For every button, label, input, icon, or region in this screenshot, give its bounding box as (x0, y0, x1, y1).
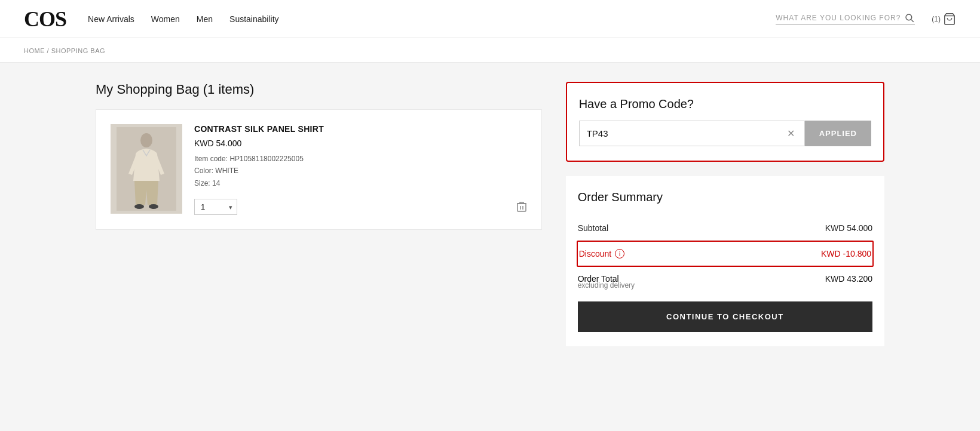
size-value: 14 (212, 179, 220, 187)
svg-point-5 (134, 204, 144, 209)
product-image-svg (117, 127, 176, 211)
promo-title: Have a Promo Code? (579, 97, 871, 111)
discount-info-icon[interactable]: i (615, 249, 624, 258)
promo-clear-button[interactable]: ✕ (785, 128, 797, 139)
discount-value: KWD -10.800 (821, 249, 871, 258)
search-area[interactable]: WHAT ARE YOU LOOKING FOR? (776, 13, 915, 25)
bag-area[interactable]: (1) (932, 13, 956, 26)
site-header: COS New Arrivals Women Men Sustainabilit… (0, 0, 980, 38)
bag-icon[interactable] (943, 13, 956, 26)
item-bottom-row: 1 2 3 (194, 199, 527, 215)
order-summary-title: Order Summary (578, 190, 872, 204)
item-name: CONTRAST SILK PANEL SHIRT (194, 124, 527, 134)
nav-sustainability[interactable]: Sustainability (229, 14, 279, 24)
nav-men[interactable]: Men (197, 14, 213, 24)
cart-item-card: CONTRAST SILK PANEL SHIRT KWD 54.000 Ite… (96, 109, 542, 230)
search-icon[interactable] (904, 13, 915, 23)
item-price: KWD 54.000 (194, 138, 527, 148)
item-code-value: HP1058118002225005 (229, 155, 303, 163)
shopping-bag-title: My Shopping Bag (1 items) (96, 82, 542, 97)
trash-icon (516, 201, 527, 213)
discount-label: Discount i (579, 249, 624, 258)
order-summary-box: Order Summary Subtotal KWD 54.000 Discou… (566, 176, 884, 346)
checkout-button[interactable]: CONTINUE TO CHECKOUT (578, 301, 872, 332)
nav-women[interactable]: Women (151, 14, 180, 24)
svg-point-6 (149, 204, 158, 209)
breadcrumb-current: SHOPPING BAG (51, 47, 105, 54)
subtotal-row: Subtotal KWD 54.000 (578, 216, 872, 241)
item-details: CONTRAST SILK PANEL SHIRT KWD 54.000 Ite… (194, 124, 527, 215)
right-panel: Have a Promo Code? ✕ APPLIED Order Summa… (566, 82, 884, 346)
breadcrumb-home[interactable]: HOME (24, 47, 45, 54)
color-value: WHITE (215, 167, 238, 175)
search-placeholder-text: WHAT ARE YOU LOOKING FOR? (776, 14, 901, 22)
subtotal-label: Subtotal (578, 223, 608, 233)
promo-apply-button[interactable]: APPLIED (805, 121, 871, 146)
quantity-wrapper[interactable]: 1 2 3 (194, 199, 237, 215)
bag-count: (1) (932, 15, 941, 23)
discount-row: Discount i KWD -10.800 (577, 241, 874, 267)
header-left: COS New Arrivals Women Men Sustainabilit… (24, 7, 279, 32)
nav-new-arrivals[interactable]: New Arrivals (88, 14, 134, 24)
item-meta: Item code: HP1058118002225005 Color: WHI… (194, 153, 527, 189)
svg-point-4 (140, 133, 152, 147)
svg-point-0 (906, 14, 912, 20)
item-code-label: Item code: (194, 155, 228, 163)
promo-input-wrapper: ✕ (579, 121, 805, 146)
summary-rows: Subtotal KWD 54.000 Discount i KWD -10.8… (578, 216, 872, 297)
breadcrumb: HOME / SHOPPING BAG (24, 47, 105, 54)
breadcrumb-bar: HOME / SHOPPING BAG (0, 38, 980, 63)
breadcrumb-separator: / (47, 47, 51, 54)
svg-line-1 (911, 20, 914, 22)
item-image (111, 124, 182, 214)
left-panel: My Shopping Bag (1 items) (96, 82, 542, 230)
header-right: WHAT ARE YOU LOOKING FOR? (1) (776, 13, 956, 26)
delete-button[interactable] (516, 201, 527, 215)
main-content: My Shopping Bag (1 items) (72, 63, 908, 365)
promo-input-row: ✕ APPLIED (579, 121, 871, 146)
color-label: Color: (194, 167, 213, 175)
excluding-delivery: excluding delivery (578, 281, 872, 297)
subtotal-value: KWD 54.000 (825, 223, 872, 233)
size-label: Size: (194, 179, 210, 187)
main-nav: New Arrivals Women Men Sustainability (88, 14, 279, 24)
promo-box: Have a Promo Code? ✕ APPLIED (566, 82, 884, 162)
quantity-select[interactable]: 1 2 3 (194, 199, 237, 215)
promo-code-input[interactable] (587, 128, 785, 138)
site-logo[interactable]: COS (24, 7, 66, 32)
svg-rect-7 (517, 204, 526, 211)
